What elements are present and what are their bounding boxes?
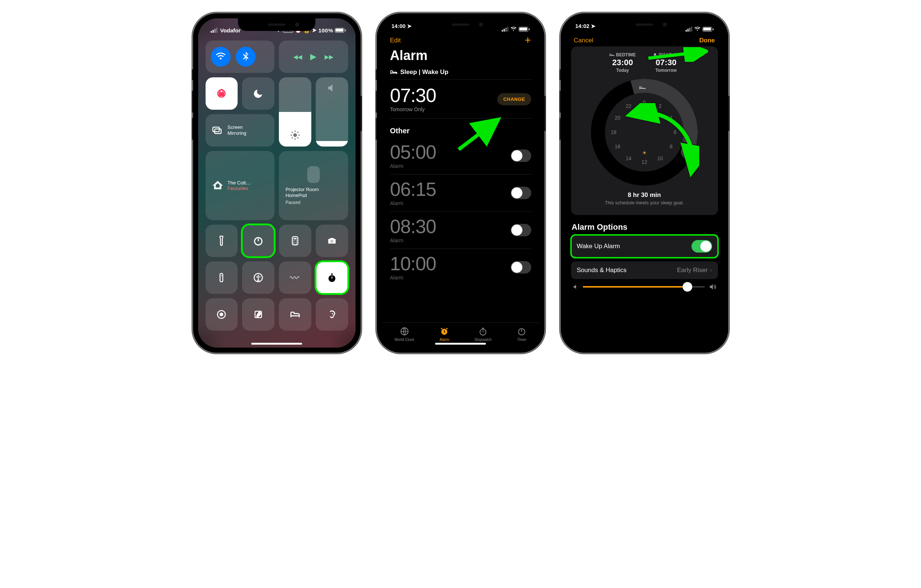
svg-line-28 bbox=[459, 122, 496, 149]
volume-slider[interactable] bbox=[316, 77, 348, 146]
forward-icon[interactable]: ▶▶ bbox=[325, 54, 334, 60]
accessibility-tile[interactable] bbox=[242, 262, 275, 294]
hearing-tile[interactable] bbox=[316, 298, 348, 331]
svg-rect-19 bbox=[331, 274, 333, 275]
camera-tile[interactable] bbox=[316, 224, 348, 257]
tab-timer[interactable]: Timer bbox=[517, 326, 526, 342]
battery-icon bbox=[703, 27, 714, 32]
wake-up-alarm-row[interactable]: Wake Up Alarm bbox=[571, 235, 718, 258]
homekit-fav-label: Favourites bbox=[228, 186, 251, 191]
apple-tv-remote-tile[interactable] bbox=[205, 262, 238, 294]
svg-rect-26 bbox=[482, 328, 484, 329]
svg-rect-12 bbox=[294, 238, 297, 239]
svg-rect-14 bbox=[220, 274, 223, 282]
svg-point-13 bbox=[330, 240, 334, 243]
svg-point-17 bbox=[257, 275, 259, 276]
tab-alarm[interactable]: Alarm bbox=[439, 326, 449, 342]
volume-high-icon bbox=[708, 283, 716, 291]
volume-row[interactable] bbox=[566, 279, 723, 291]
do-not-disturb-tile[interactable] bbox=[242, 77, 275, 110]
battery-icon bbox=[519, 27, 530, 32]
wifi-toggle[interactable] bbox=[211, 47, 231, 67]
screen-mirroring-tile[interactable]: Screen Mirroring bbox=[205, 114, 275, 146]
homepod-tile[interactable]: Projector Room HomePod Paused bbox=[279, 151, 348, 220]
alarm-row[interactable]: 08:30Alarm bbox=[390, 212, 531, 249]
battery-icon bbox=[335, 28, 346, 33]
add-alarm-button[interactable]: + bbox=[525, 37, 531, 44]
brightness-slider[interactable] bbox=[279, 77, 311, 146]
sleep-section-header: Sleep | Wake Up bbox=[390, 67, 531, 80]
svg-point-15 bbox=[221, 275, 222, 276]
wake-subtitle: Tomorrow Only bbox=[390, 106, 436, 112]
connectivity-tile[interactable] bbox=[205, 41, 275, 73]
notes-tile[interactable] bbox=[242, 298, 275, 331]
flashlight-tile[interactable] bbox=[205, 224, 238, 257]
cellular-signal-icon bbox=[211, 28, 217, 33]
annotation-arrow bbox=[646, 47, 708, 63]
svg-point-10 bbox=[294, 244, 295, 244]
bedtime-icon bbox=[609, 53, 615, 57]
svg-point-25 bbox=[480, 329, 486, 335]
cancel-button[interactable]: Cancel bbox=[574, 37, 594, 44]
wifi-icon bbox=[695, 27, 700, 31]
tab-world-clock[interactable]: World Clock bbox=[395, 326, 415, 342]
sounds-haptics-row[interactable]: Sounds & Haptics Early Riser› bbox=[571, 262, 718, 279]
alarm-toggle[interactable] bbox=[511, 149, 531, 162]
bedtime-tile[interactable] bbox=[279, 298, 311, 331]
annotation-arrow bbox=[455, 116, 503, 154]
volume-low-icon bbox=[573, 284, 579, 290]
wake-time: 07:30 bbox=[390, 86, 436, 105]
stopwatch-tile[interactable] bbox=[316, 262, 348, 294]
bedtime-column: BEDTIME 23:00 Today bbox=[609, 52, 636, 73]
play-icon[interactable]: ▶ bbox=[310, 52, 316, 62]
alarm-toggle[interactable] bbox=[511, 224, 531, 236]
svg-point-1 bbox=[293, 133, 297, 137]
cellular-signal-icon bbox=[502, 26, 508, 32]
battery-percent: 100% bbox=[318, 27, 333, 34]
annotation-curved-arrow bbox=[618, 103, 699, 185]
orientation-lock-tile[interactable] bbox=[205, 77, 238, 110]
cellular-signal-icon bbox=[686, 26, 692, 32]
iphone-bedtime-edit: 14:02 ➤ Cancel Done BEDTIME bbox=[561, 13, 728, 353]
svg-point-7 bbox=[296, 240, 297, 241]
carrier-name: Vodafor bbox=[220, 27, 241, 34]
status-time: 14:02 bbox=[576, 23, 589, 29]
wake-up-alarm-toggle[interactable] bbox=[692, 240, 712, 253]
voice-memos-tile[interactable] bbox=[279, 262, 311, 294]
alarm-toggle[interactable] bbox=[511, 187, 531, 199]
status-time: 14:00 bbox=[392, 23, 405, 29]
iphone-alarm-list: 14:00 ➤ Edit + Alarm Sleep | Wake Up bbox=[377, 13, 545, 353]
svg-point-11 bbox=[296, 244, 297, 244]
media-controls-tile[interactable]: ◀◀ ▶ ▶▶ bbox=[279, 41, 348, 73]
iphone-control-center: Vodafor VPN ⏰ 🔒 ➤ 100% bbox=[193, 13, 361, 353]
tab-stopwatch[interactable]: Stopwatch bbox=[475, 326, 492, 342]
volume-slider[interactable] bbox=[583, 286, 705, 288]
done-button[interactable]: Done bbox=[699, 37, 715, 44]
alarm-toggle[interactable] bbox=[511, 261, 531, 274]
alarm-row[interactable]: 10:00Alarm bbox=[390, 249, 531, 286]
svg-point-9 bbox=[296, 242, 297, 243]
homekit-favourite-tile[interactable]: The Cott… Favourites bbox=[205, 151, 275, 220]
calculator-tile[interactable] bbox=[279, 224, 311, 257]
svg-line-30 bbox=[648, 52, 704, 58]
rewind-icon[interactable]: ◀◀ bbox=[293, 54, 302, 60]
alarm-row[interactable]: 06:15Alarm bbox=[390, 174, 531, 212]
edit-button[interactable]: Edit bbox=[390, 37, 401, 44]
duration-label: 8 hr 30 min bbox=[571, 192, 718, 199]
svg-point-8 bbox=[294, 242, 295, 243]
page-title: Alarm bbox=[382, 45, 539, 67]
svg-point-21 bbox=[220, 313, 223, 316]
goal-message: This schedule meets your sleep goal. bbox=[571, 200, 718, 205]
change-button[interactable]: CHANGE bbox=[497, 93, 531, 105]
svg-point-6 bbox=[294, 240, 295, 241]
timer-tile[interactable] bbox=[242, 224, 275, 257]
alarm-options-header: Alarm Options bbox=[566, 215, 723, 235]
svg-rect-5 bbox=[292, 237, 298, 245]
bluetooth-toggle[interactable] bbox=[236, 47, 255, 67]
wifi-icon bbox=[511, 27, 516, 31]
screen-record-tile[interactable] bbox=[205, 298, 238, 331]
chevron-right-icon: › bbox=[710, 266, 712, 274]
